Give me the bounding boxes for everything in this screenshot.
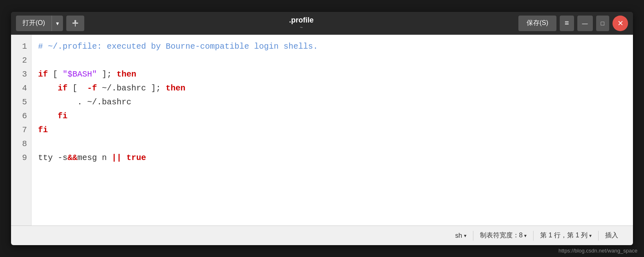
title-block: .profile ~ (289, 16, 313, 30)
open-button-group: 打开(O) ▾ (16, 16, 63, 31)
footer-url: https://blog.csdn.net/wang_space (558, 248, 637, 254)
code-line: if [ -f ~/.bashrc ]; then (38, 81, 626, 95)
line-number: 1 (15, 40, 27, 54)
line-number: 9 (15, 151, 27, 165)
language-dropdown-icon: ▾ (464, 233, 466, 239)
svg-rect-2 (75, 24, 76, 27)
main-window: 打开(O) ▾ .profile ~ 保存(S) ≡ — □ ✕ 1 2 3 4 (11, 12, 633, 245)
position-dropdown-icon: ▾ (589, 233, 592, 239)
line-number: 5 (15, 95, 27, 109)
language-selector[interactable]: sh ▾ (449, 232, 473, 239)
tab-width-dropdown-icon: ▾ (524, 233, 527, 239)
code-editor[interactable]: # ~/.profile: executed by Bourne-compati… (32, 35, 633, 225)
window-subtitle: ~ (289, 25, 313, 30)
svg-rect-1 (74, 20, 76, 23)
language-label: sh (455, 232, 462, 239)
edit-mode: 插入 (599, 231, 625, 240)
code-line: tty -s&&mesg n || true (38, 151, 626, 165)
code-line: # ~/.profile: executed by Bourne-compati… (38, 40, 626, 54)
open-dropdown-arrow[interactable]: ▾ (52, 16, 63, 31)
code-line: fi (38, 123, 626, 137)
window-title: .profile (289, 16, 313, 25)
line-numbers: 1 2 3 4 5 6 7 8 9 (11, 35, 32, 225)
mode-label: 插入 (605, 231, 618, 240)
tab-width-selector[interactable]: 制表符宽度：8 ▾ (473, 231, 534, 240)
save-button[interactable]: 保存(S) (518, 16, 556, 31)
pin-button[interactable] (66, 16, 84, 31)
code-line (38, 54, 626, 68)
editor-area: 1 2 3 4 5 6 7 8 9 # ~/.profile: executed… (11, 35, 633, 225)
maximize-button[interactable]: □ (596, 16, 609, 31)
code-line (38, 137, 626, 151)
line-number: 3 (15, 68, 27, 81)
line-number: 2 (15, 54, 27, 68)
statusbar: sh ▾ 制表符宽度：8 ▾ 第 1 行，第 1 列 ▾ 插入 (11, 225, 633, 245)
pin-icon (71, 19, 79, 27)
menu-button[interactable]: ≡ (560, 16, 574, 31)
close-button[interactable]: ✕ (612, 16, 628, 31)
code-line: fi (38, 109, 626, 123)
open-button[interactable]: 打开(O) (16, 16, 52, 31)
code-line: if [ "$BASH" ]; then (38, 68, 626, 81)
line-number: 4 (15, 81, 27, 95)
code-line: . ~/.bashrc (38, 95, 626, 109)
line-number: 7 (15, 123, 27, 137)
line-number: 6 (15, 109, 27, 123)
line-number: 8 (15, 137, 27, 151)
tab-width-label: 制表符宽度：8 (480, 231, 523, 240)
cursor-position: 第 1 行，第 1 列 ▾ (534, 231, 598, 240)
minimize-button[interactable]: — (577, 16, 593, 31)
position-label: 第 1 行，第 1 列 (540, 231, 588, 240)
titlebar: 打开(O) ▾ .profile ~ 保存(S) ≡ — □ ✕ (11, 12, 633, 35)
